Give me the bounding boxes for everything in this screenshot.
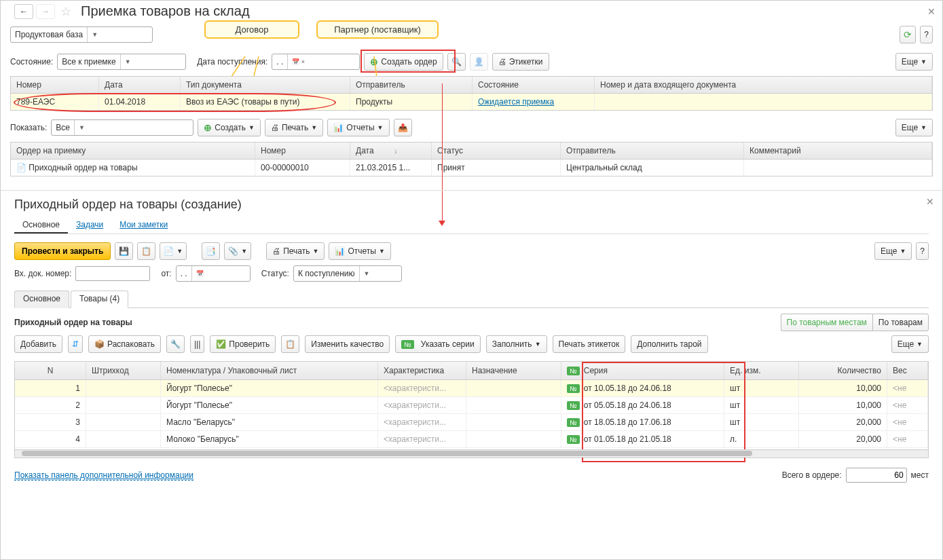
chevron-down-icon: ▼ [87, 27, 98, 42]
col-order[interactable]: Ордер на приемку [11, 143, 255, 159]
more-button-2[interactable]: Еще ▼ [895, 119, 933, 136]
callout-partner: Партнер (поставщик) [316, 20, 439, 39]
change-quality-button[interactable]: Изменить качество [305, 335, 390, 353]
col-order-date[interactable]: Дата↓ [350, 143, 432, 159]
order-row[interactable]: 📄 Приходный ордер на товары 00-00000010 … [11, 160, 932, 176]
check-button[interactable]: ✅ Проверить [210, 335, 276, 353]
from-date-input[interactable]: . . 📅 [176, 265, 251, 282]
state-select[interactable]: Все к приемке ▼ [57, 54, 186, 70]
date-input[interactable]: . . 📅 × [272, 54, 360, 70]
goods-row[interactable]: 4Молоко "Беларусь"<характеристи...№от 01… [15, 431, 928, 448]
add-tare-button[interactable]: Дополнить тарой [631, 335, 707, 353]
help-button-2[interactable]: ? [916, 242, 929, 260]
tab-tasks-link[interactable]: Задачи [68, 217, 111, 234]
action-button-3[interactable]: 📎▼ [224, 242, 251, 260]
total-label: Всего в ордере: [782, 470, 842, 480]
gcol-weight[interactable]: Вес [887, 362, 928, 379]
export-button[interactable]: 📤 [394, 119, 412, 136]
print-button[interactable]: 🖨 Печать ▼ [265, 119, 323, 136]
status-select[interactable]: К поступлению ▼ [293, 265, 402, 282]
gcol-n[interactable]: N [15, 362, 86, 379]
col-state[interactable]: Состояние [473, 77, 595, 93]
col-date[interactable]: Дата [99, 77, 181, 93]
total-unit: мест [911, 470, 929, 480]
show-info-panel-link[interactable]: Показать панель дополнительной информаци… [14, 470, 193, 481]
save-button[interactable]: 💾 [115, 242, 133, 260]
close-panel-icon[interactable]: ✕ [926, 196, 934, 207]
gcol-purpose[interactable]: Назначение [466, 362, 561, 379]
add-button[interactable]: Добавить [14, 335, 62, 353]
reports-button[interactable]: 📊 Отчеты ▼ [327, 119, 389, 136]
labels-button[interactable]: 🖨 Этикетки [492, 53, 549, 71]
create-button[interactable]: ⊕ Создать ▼ [198, 119, 261, 136]
by-goods-toggle[interactable]: По товарам [872, 314, 929, 331]
show-select[interactable]: Все ▼ [51, 119, 193, 136]
horizontal-scrollbar[interactable] [15, 449, 928, 458]
nav-back-button[interactable]: ← [14, 4, 33, 19]
close-icon[interactable]: ✕ [927, 6, 936, 17]
hierarchy-button[interactable]: ⇵ [68, 335, 83, 353]
reports-button-2[interactable]: 📊 Отчеты ▼ [329, 242, 390, 260]
warehouse-select[interactable]: Продуктовая база ▼ [10, 26, 153, 43]
more-button-3[interactable]: Еще ▼ [874, 242, 912, 260]
gcol-char[interactable]: Характеристика [378, 362, 466, 379]
receipt-row[interactable]: 789-ЕАЭС 01.04.2018 Ввоз из ЕАЭС (товары… [11, 94, 932, 110]
goods-row[interactable]: 2Йогурт "Полесье"<характеристи...№от 05.… [15, 397, 928, 414]
by-places-toggle[interactable]: По товарным местам [781, 314, 872, 331]
tool-button-2[interactable]: 📋 [281, 335, 299, 353]
col-order-number[interactable]: Номер [255, 143, 350, 159]
action-button-1[interactable]: 📄▼ [160, 242, 187, 260]
barcode-button[interactable]: ||| [190, 335, 204, 353]
post-button[interactable]: 📋 [137, 242, 155, 260]
gcol-qty[interactable]: Количество [799, 362, 887, 379]
nav-forward-button[interactable]: → [36, 4, 55, 19]
user-button[interactable]: 👤 [470, 53, 488, 71]
action-button-2[interactable]: 📑 [202, 242, 220, 260]
col-incoming[interactable]: Номер и дата входящего документа [595, 77, 932, 93]
gcol-unit[interactable]: Ед. изм. [724, 362, 799, 379]
warehouse-value: Продуктовая база [15, 30, 83, 39]
serial-icon: № [567, 418, 580, 427]
create-order-button[interactable]: ⊕ Создать ордер [364, 53, 443, 71]
print-labels-button[interactable]: Печать этикеток [553, 335, 626, 353]
post-and-close-button[interactable]: Провести и закрыть [14, 242, 111, 260]
ext-num-input[interactable] [75, 266, 150, 281]
chevron-down-icon: ▼ [359, 266, 370, 281]
set-series-button[interactable]: №Указать серии [395, 335, 481, 353]
tab-notes-link[interactable]: Мои заметки [111, 217, 176, 234]
fill-button[interactable]: Заполнить ▼ [486, 335, 547, 353]
serial-icon: № [567, 435, 580, 444]
state-link[interactable]: Ожидается приемка [478, 97, 554, 107]
col-number[interactable]: Номер [11, 77, 99, 93]
print-button-2[interactable]: 🖨 Печать ▼ [266, 242, 325, 260]
serial-icon: № [567, 384, 580, 393]
favorite-star-icon[interactable]: ☆ [60, 4, 71, 19]
subtab-main[interactable]: Основное [14, 291, 69, 308]
total-input[interactable] [846, 468, 907, 483]
gcol-item[interactable]: Номенклатура / Упаковочный лист [161, 362, 378, 379]
search-button[interactable]: 🔍 [447, 53, 466, 71]
goods-row[interactable]: 1Йогурт "Полесье"<характеристи...№от 10.… [15, 380, 928, 397]
sort-desc-icon: ↓ [394, 147, 398, 155]
tool-button-1[interactable]: 🔧 [166, 335, 185, 353]
more-button-1[interactable]: Еще ▼ [895, 53, 933, 71]
chevron-down-icon: ▼ [120, 54, 131, 69]
tab-main-link[interactable]: Основное [14, 217, 68, 234]
unpack-button[interactable]: 📦 Распаковать [88, 335, 161, 353]
doc-icon: 📄 [16, 163, 26, 172]
col-order-status[interactable]: Статус [432, 143, 561, 159]
date-label: Дата поступления: [197, 57, 267, 67]
more-button-4[interactable]: Еще ▼ [891, 335, 929, 353]
help-button[interactable]: ? [920, 26, 933, 43]
subtab-goods[interactable]: Товары (4) [71, 291, 128, 308]
goods-row[interactable]: 3Масло "Беларусь"<характеристи...№от 18.… [15, 414, 928, 431]
col-order-comment[interactable]: Комментарий [744, 143, 932, 159]
gcol-serial[interactable]: №Серия [561, 362, 724, 379]
gcol-barcode[interactable]: Штрихкод [86, 362, 161, 379]
col-order-sender[interactable]: Отправитель [561, 143, 744, 159]
goods-title: Приходный ордер на товары [14, 318, 132, 327]
col-sender[interactable]: Отправитель [350, 77, 473, 93]
col-doctype[interactable]: Тип документа [181, 77, 350, 93]
show-label: Показать: [10, 123, 47, 132]
refresh-button[interactable]: ⟳ [900, 26, 916, 43]
